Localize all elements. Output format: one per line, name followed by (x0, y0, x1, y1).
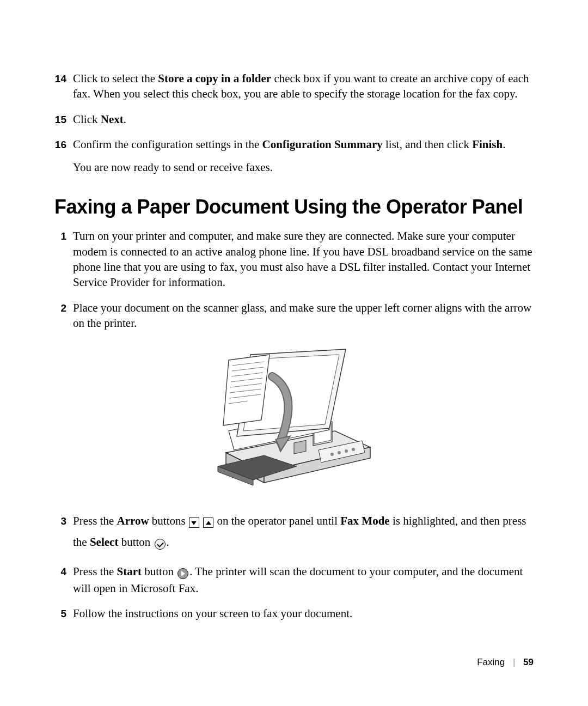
step-5: 5 Follow the instructions on your screen… (54, 606, 534, 621)
section-heading: Faxing a Paper Document Using the Operat… (54, 196, 534, 218)
step-2: 2 Place your document on the scanner gla… (54, 300, 534, 331)
step-15: 15 Click Next. (54, 112, 534, 127)
step-list-continued: 14 Click to select the Store a copy in a… (54, 71, 534, 175)
step-14: 14 Click to select the Store a copy in a… (54, 71, 534, 102)
step-3: 3 Press the Arrow buttons on the operato… (54, 512, 534, 553)
step-16: 16 Confirm the configuration settings in… (54, 137, 534, 175)
arrow-up-icon (203, 513, 214, 533)
step-number: 14 (54, 72, 66, 86)
arrow-down-icon (188, 513, 200, 533)
step-body: Click Next. (73, 113, 126, 126)
select-check-icon (154, 534, 167, 554)
svg-point-8 (345, 449, 348, 453)
step-number: 16 (54, 138, 66, 152)
svg-point-6 (330, 453, 334, 456)
svg-rect-10 (294, 441, 306, 454)
step-body: Click to select the Store a copy in a fo… (73, 72, 529, 100)
page-footer: Faxing | 59 (477, 657, 534, 668)
step-body: Press the Start button . The printer wil… (73, 565, 523, 595)
svg-point-9 (352, 448, 355, 451)
step-body: Press the Arrow buttons on the operator … (73, 514, 526, 549)
step-number: 15 (54, 113, 66, 127)
step-number: 4 (54, 565, 66, 579)
step-list-continued-2: 3 Press the Arrow buttons on the operato… (54, 512, 534, 621)
footer-section: Faxing (477, 657, 505, 667)
step-body: Turn on your printer and computer, and m… (73, 229, 532, 289)
svg-point-7 (338, 451, 341, 454)
printer-illustration (54, 344, 534, 496)
step-number: 3 (54, 513, 66, 530)
step-list-new: 1 Turn on your printer and computer, and… (54, 228, 534, 331)
step-number: 1 (54, 229, 66, 244)
step-body: Confirm the configuration settings in th… (73, 138, 505, 151)
step-4: 4 Press the Start button . The printer w… (54, 564, 534, 597)
step-body: Follow the instructions on your screen t… (73, 607, 352, 620)
manual-page: 14 Click to select the Store a copy in a… (0, 0, 588, 706)
step-body: Place your document on the scanner glass… (73, 301, 531, 330)
step-number: 5 (54, 607, 66, 621)
printer-svg (210, 344, 378, 496)
step-note: You are now ready to send or receive fax… (73, 160, 534, 175)
footer-page-number: 59 (523, 657, 534, 667)
step-number: 2 (54, 301, 66, 315)
step-1: 1 Turn on your printer and computer, and… (54, 228, 534, 290)
footer-separator: | (513, 657, 515, 667)
start-play-icon (176, 565, 189, 581)
